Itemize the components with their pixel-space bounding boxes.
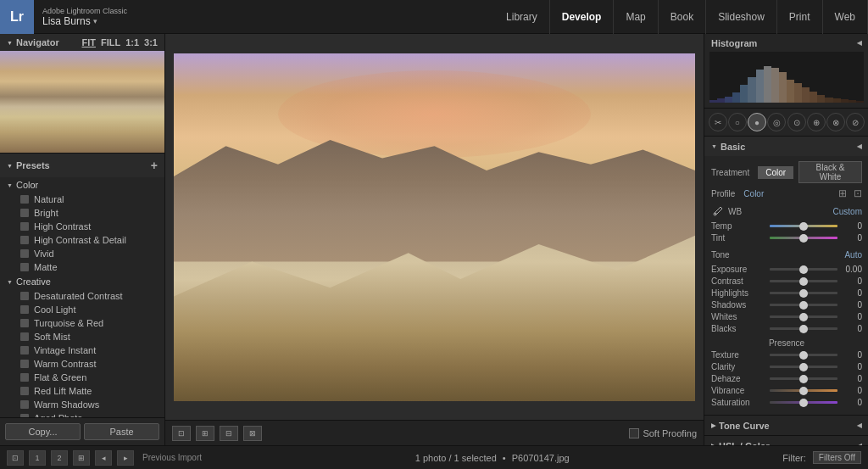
nav-develop[interactable]: Develop bbox=[550, 0, 615, 34]
blacks-slider-track[interactable] bbox=[770, 327, 837, 330]
preset-bright[interactable]: Bright bbox=[0, 206, 164, 220]
preset-aged-photo[interactable]: Aged Photo bbox=[0, 411, 164, 417]
navigator-header[interactable]: Navigator FIT FILL 1:1 3:1 bbox=[0, 34, 164, 51]
hist-bar-17 bbox=[841, 99, 849, 103]
exposure-slider-track[interactable] bbox=[770, 268, 837, 271]
tone-curve-panel-header[interactable]: Tone Curve ◂ bbox=[704, 416, 868, 436]
profile-value[interactable]: Color bbox=[743, 189, 764, 198]
filmstrip-compare-btn[interactable]: ⊟ bbox=[220, 426, 238, 441]
flag-btn-2[interactable]: 1 bbox=[29, 450, 46, 466]
preset-flat-green[interactable]: Flat & Green bbox=[0, 371, 164, 384]
copy-button[interactable]: Copy... bbox=[5, 423, 81, 440]
preset-group-creative-header[interactable]: Creative bbox=[0, 274, 164, 289]
tool-range[interactable]: ⊗ bbox=[826, 113, 845, 131]
tool-radial[interactable]: ⊙ bbox=[787, 113, 806, 131]
exposure-slider-thumb[interactable] bbox=[799, 265, 808, 274]
filter-badge[interactable]: Filters Off bbox=[813, 451, 861, 464]
zoom-1-1[interactable]: 1:1 bbox=[125, 37, 139, 47]
highlights-slider-row: Highlights 0 bbox=[711, 288, 862, 298]
preset-warm-shadows[interactable]: Warm Shadows bbox=[0, 398, 164, 411]
filmstrip-view-btn[interactable]: ⊡ bbox=[172, 426, 191, 441]
dehaze-slider-track[interactable] bbox=[770, 377, 837, 380]
nav-print[interactable]: Print bbox=[777, 0, 823, 34]
blacks-slider-thumb[interactable] bbox=[799, 325, 808, 333]
photo-area[interactable] bbox=[165, 34, 704, 420]
navigator-section: Navigator FIT FILL 1:1 3:1 bbox=[0, 34, 164, 154]
preset-desat-contrast[interactable]: Desaturated Contrast bbox=[0, 289, 164, 303]
tint-slider-track[interactable] bbox=[770, 237, 837, 239]
whites-slider-track[interactable] bbox=[770, 315, 837, 318]
highlights-slider-thumb[interactable] bbox=[799, 289, 808, 298]
tool-gradient[interactable]: ◎ bbox=[767, 113, 786, 131]
preset-red-lift-matte[interactable]: Red Lift Matte bbox=[0, 384, 164, 398]
prev-arrow[interactable]: ◂ bbox=[95, 450, 112, 466]
presets-add-icon[interactable]: + bbox=[151, 159, 158, 172]
preset-vintage-instant[interactable]: Vintage Instant bbox=[0, 343, 164, 357]
texture-slider-thumb[interactable] bbox=[799, 351, 808, 360]
color-treatment-btn[interactable]: Color bbox=[758, 166, 793, 179]
texture-value: 0 bbox=[841, 350, 862, 360]
wb-value[interactable]: Custom bbox=[833, 207, 862, 216]
shadows-slider-track[interactable] bbox=[770, 304, 837, 306]
user-name[interactable]: Lisa Burns ▾ bbox=[42, 15, 127, 27]
soft-proofing-toggle[interactable]: Soft Proofing bbox=[629, 428, 697, 438]
temp-slider-track[interactable] bbox=[770, 225, 837, 227]
preset-vivid[interactable]: Vivid bbox=[0, 247, 164, 260]
basic-panel-header[interactable]: Basic ◂ bbox=[704, 137, 868, 156]
highlights-slider-track[interactable] bbox=[770, 292, 837, 294]
preset-turquoise-red[interactable]: Turquoise & Red bbox=[0, 316, 164, 330]
paste-button[interactable]: Paste bbox=[84, 423, 159, 440]
preset-soft-mist[interactable]: Soft Mist bbox=[0, 330, 164, 343]
filmstrip-grid-btn[interactable]: ⊞ bbox=[196, 426, 214, 441]
saturation-slider-track[interactable] bbox=[770, 401, 837, 404]
contrast-slider-thumb[interactable] bbox=[799, 277, 808, 286]
texture-slider-track[interactable] bbox=[770, 354, 837, 356]
tool-masking[interactable]: ⊘ bbox=[846, 113, 865, 131]
flag-btn-4[interactable]: ⊞ bbox=[73, 450, 90, 466]
preset-group-color-header[interactable]: Color bbox=[0, 177, 164, 193]
preset-natural[interactable]: Natural bbox=[0, 193, 164, 206]
nav-map[interactable]: Map bbox=[614, 0, 658, 34]
hsl-color-label: HSL / Color bbox=[711, 441, 770, 446]
nav-web[interactable]: Web bbox=[823, 0, 868, 34]
bw-treatment-btn[interactable]: Black & White bbox=[798, 161, 862, 183]
filmstrip-survey-btn[interactable]: ⊠ bbox=[243, 426, 262, 441]
presets-header[interactable]: Presets + bbox=[0, 154, 164, 177]
nav-slideshow[interactable]: Slideshow bbox=[706, 0, 777, 34]
preset-matte[interactable]: Matte bbox=[0, 260, 164, 274]
shadows-slider-thumb[interactable] bbox=[799, 301, 808, 310]
profile-grid-icon[interactable]: ⊞ bbox=[838, 187, 847, 199]
next-arrow[interactable]: ▸ bbox=[117, 450, 134, 466]
eyedropper-icon[interactable] bbox=[711, 204, 725, 218]
auto-button[interactable]: Auto bbox=[844, 250, 862, 260]
zoom-3-1[interactable]: 3:1 bbox=[144, 37, 158, 47]
tool-spot[interactable]: ○ bbox=[728, 113, 747, 131]
contrast-slider-track[interactable] bbox=[770, 280, 837, 282]
clarity-slider-track[interactable] bbox=[770, 366, 837, 368]
dehaze-slider-thumb[interactable] bbox=[799, 375, 808, 383]
tool-redeye[interactable]: ● bbox=[748, 113, 766, 131]
flag-btn-1[interactable]: ⊡ bbox=[7, 450, 24, 466]
nav-book[interactable]: Book bbox=[659, 0, 706, 34]
saturation-slider-thumb[interactable] bbox=[799, 399, 808, 407]
preset-high-contrast[interactable]: High Contrast bbox=[0, 220, 164, 233]
whites-slider-thumb[interactable] bbox=[799, 313, 808, 321]
profile-expand-icon[interactable]: ⊡ bbox=[854, 187, 862, 199]
flag-btn-3[interactable]: 2 bbox=[51, 450, 68, 466]
tool-crop[interactable]: ✂ bbox=[709, 113, 727, 131]
preset-cool-light[interactable]: Cool Light bbox=[0, 303, 164, 316]
preset-warm-contrast[interactable]: Warm Contrast bbox=[0, 357, 164, 371]
zoom-fill[interactable]: FILL bbox=[101, 37, 120, 47]
clarity-slider-thumb[interactable] bbox=[799, 363, 808, 371]
vibrance-slider-track[interactable] bbox=[770, 389, 837, 392]
hsl-color-panel-header[interactable]: HSL / Color ◂ bbox=[704, 436, 868, 445]
zoom-fit[interactable]: FIT bbox=[81, 37, 96, 47]
temp-slider-thumb[interactable] bbox=[799, 222, 808, 231]
histogram-arrow[interactable]: ◂ bbox=[857, 37, 862, 48]
vibrance-slider-thumb[interactable] bbox=[799, 387, 808, 395]
nav-library[interactable]: Library bbox=[494, 0, 550, 34]
preset-hc-detail[interactable]: High Contrast & Detail bbox=[0, 233, 164, 247]
tool-brush[interactable]: ⊕ bbox=[807, 113, 826, 131]
tint-slider-thumb[interactable] bbox=[799, 234, 808, 243]
soft-proof-checkbox[interactable] bbox=[629, 428, 639, 438]
